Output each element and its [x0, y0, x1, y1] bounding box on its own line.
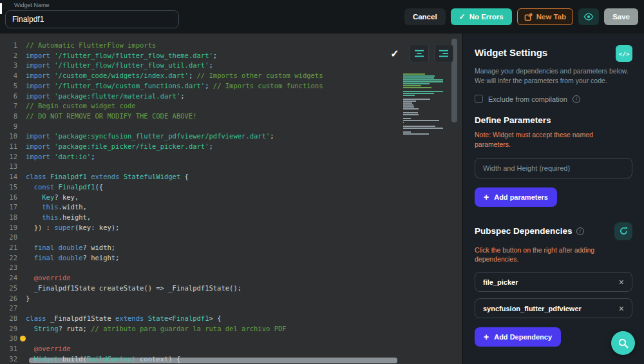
plus-icon: +	[484, 192, 489, 202]
exclude-compilation-label: Exclude from compilation	[488, 95, 567, 103]
code-line[interactable]: 26}	[0, 294, 462, 304]
cursor-artifact	[0, 3, 2, 14]
cancel-button[interactable]: Cancel	[404, 8, 446, 25]
add-parameters-label: Add parameters	[494, 193, 548, 201]
editor-actions: ✓	[385, 44, 453, 63]
line-number: 13	[0, 162, 26, 172]
line-number: 22	[0, 253, 26, 263]
code-line[interactable]: 24 @override	[0, 273, 462, 283]
widget-name-input[interactable]	[5, 10, 179, 28]
code-line[interactable]: 11import 'package:file_picker/file_picke…	[0, 142, 462, 152]
code-line[interactable]: 4import '/custom_code/widgets/index.dart…	[0, 71, 462, 81]
refresh-icon	[619, 226, 629, 236]
add-parameters-button[interactable]: + Add parameters	[475, 187, 557, 207]
code-line[interactable]: 19 }) : super(key: key);	[0, 223, 462, 233]
align-center-icon	[414, 49, 424, 58]
preview-button[interactable]	[578, 8, 599, 25]
code-line[interactable]: 27	[0, 303, 462, 314]
code-line[interactable]: 18 this.height,	[0, 213, 462, 223]
format-indent-button[interactable]	[434, 44, 453, 63]
exclude-compilation-checkbox[interactable]	[475, 95, 483, 103]
line-number: 32	[0, 354, 26, 364]
pubspec-title: Pubspec Dependencies	[475, 226, 573, 236]
widget-settings-panel: Widget Settings </> Manage your dependen…	[462, 34, 644, 364]
line-number: 8	[0, 111, 26, 122]
line-number: 31	[0, 344, 26, 354]
code-line[interactable]: 20	[0, 233, 462, 243]
code-line[interactable]: 22 final double? height;	[0, 253, 462, 263]
line-number: 25	[0, 283, 26, 294]
line-number: 5	[0, 81, 26, 91]
check-icon: ✓	[459, 12, 466, 21]
code-line[interactable]: 23	[0, 263, 462, 273]
line-number: 19	[0, 223, 26, 233]
line-number: 15	[0, 182, 26, 193]
line-number: 21	[0, 243, 26, 253]
line-number: 7	[0, 101, 26, 111]
line-number: 16	[0, 193, 26, 203]
add-dependency-button[interactable]: + Add Dependency	[475, 327, 561, 347]
code-line[interactable]: 10import 'package:syncfusion_flutter_pdf…	[0, 131, 462, 142]
code-editor[interactable]: ✓ 1// Automatic FlutterFlow imports2impo…	[0, 34, 462, 364]
align-right-icon	[439, 49, 449, 58]
code-line[interactable]: 16 Key? key,	[0, 193, 462, 203]
line-number: 29	[0, 324, 26, 334]
line-number: 10	[0, 131, 26, 142]
code-line[interactable]: 15 const Finalpdf1({	[0, 182, 462, 193]
code-line[interactable]: 12import 'dart:io';	[0, 152, 462, 162]
line-number: 24	[0, 273, 26, 283]
line-number: 12	[0, 152, 26, 162]
parameters-note: Note: Widget must accept these named par…	[475, 130, 626, 149]
remove-dependency-button[interactable]: ×	[619, 304, 624, 313]
dependency-item: syncfusion_flutter_pdfviewer×	[475, 298, 632, 318]
code-line[interactable]: 30	[0, 334, 462, 344]
line-number: 2	[0, 51, 26, 61]
line-number: 6	[0, 91, 26, 102]
new-tab-button[interactable]: New Tab	[517, 8, 573, 25]
code-line[interactable]: 9	[0, 122, 462, 132]
line-number: 27	[0, 303, 26, 314]
no-errors-label: No Errors	[469, 13, 504, 21]
code-line[interactable]: 8// DO NOT REMOVE OR MODIFY THE CODE ABO…	[0, 111, 462, 122]
remove-dependency-button[interactable]: ×	[619, 278, 624, 287]
line-number: 20	[0, 233, 26, 243]
new-tab-label: New Tab	[536, 13, 566, 21]
code-lines: 1// Automatic FlutterFlow imports2import…	[0, 34, 462, 364]
code-line[interactable]: 6import 'package:flutter/material.dart';	[0, 91, 462, 102]
code-line[interactable]: 17 this.width,	[0, 202, 462, 213]
define-parameters-title: Define Parameters	[475, 115, 632, 125]
format-align-center-button[interactable]	[410, 44, 429, 63]
code-line[interactable]: 29 String? ruta; // atributo para guarda…	[0, 324, 462, 334]
parameter-type-selector[interactable]: Width and Height (required)	[475, 158, 632, 178]
code-line[interactable]: 21 final double? width;	[0, 243, 462, 253]
open-in-new-tab-icon	[524, 13, 533, 21]
info-icon[interactable]: i	[576, 227, 584, 235]
code-line[interactable]: 25 _Finalpdf1State createState() => _Fin…	[0, 283, 462, 294]
code-line[interactable]: 14class Finalpdf1 extends StatefulWidget…	[0, 172, 462, 182]
code-line[interactable]: 7// Begin custom widget code	[0, 101, 462, 111]
save-button[interactable]: Save	[604, 8, 638, 25]
search-fab-button[interactable]	[611, 331, 635, 355]
widget-settings-title: Widget Settings	[475, 45, 547, 58]
dependency-name: syncfusion_flutter_pdfviewer	[483, 305, 582, 312]
line-number: 9	[0, 122, 26, 132]
save-label: Save	[612, 13, 630, 21]
check-icon: ✓	[390, 48, 399, 60]
line-number: 14	[0, 172, 26, 182]
code-view-button[interactable]: </>	[616, 45, 632, 62]
line-number: 23	[0, 263, 26, 273]
info-icon[interactable]: i	[573, 95, 580, 103]
line-number: 18	[0, 213, 26, 223]
dependency-name: file_picker	[483, 278, 518, 286]
validate-code-button[interactable]: ✓	[385, 44, 404, 63]
code-line[interactable]: 5import '/flutter_flow/custom_functions.…	[0, 81, 462, 91]
code-line[interactable]: 13	[0, 162, 462, 172]
code-line[interactable]: 32 Widget build(BuildContext context) {	[0, 354, 462, 364]
line-number: 26	[0, 294, 26, 304]
refresh-dependencies-button[interactable]	[614, 222, 632, 240]
code-line[interactable]: 31 @override	[0, 344, 462, 354]
code-line[interactable]: 28class _Finalpdf1State extends State<Fi…	[0, 314, 462, 324]
dependency-list: file_picker×syncfusion_flutter_pdfviewer…	[475, 272, 632, 318]
no-errors-button[interactable]: ✓ No Errors	[451, 8, 512, 25]
line-number: 4	[0, 71, 26, 81]
